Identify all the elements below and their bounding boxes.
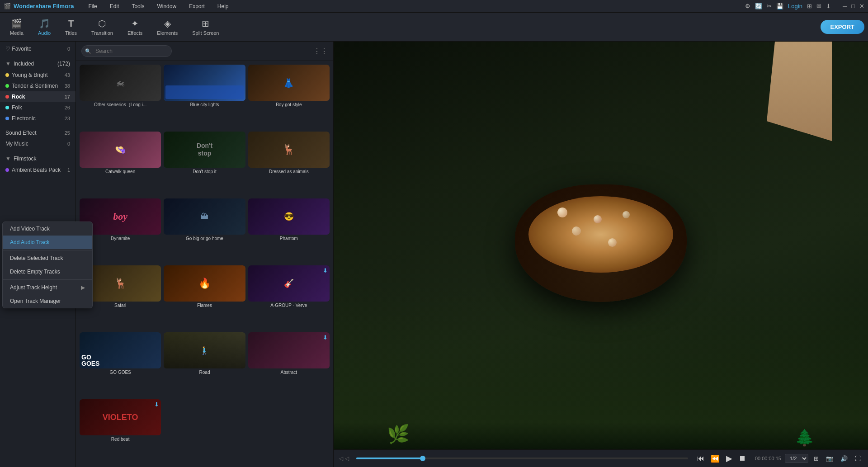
audio-thumb-15: ⬇ <box>248 332 330 368</box>
right-panel: 🌿 🌲 ◁ ◁ ⏮ ⏪ ▶ ⏹ 00:00:00:15 <box>334 42 868 467</box>
sidebar-item-sound-effect[interactable]: Sound Effect 25 <box>0 127 75 138</box>
ctx-delete-selected-track[interactable]: Delete Selected Track <box>3 251 92 265</box>
audio-card-6[interactable]: 🦌 Dressed as animals <box>248 132 330 196</box>
audio-label-1: Other scenerios（Long i... <box>80 101 161 109</box>
menu-bar: 🎬 Wondershare Filmora File Edit Tools Wi… <box>0 0 868 13</box>
toolbar-media[interactable]: 🎬 Media <box>4 15 30 38</box>
audio-thumb-4: 👒 <box>80 132 161 168</box>
toolbar-audio[interactable]: 🎵 Audio <box>32 15 57 38</box>
login-btn[interactable]: Login <box>788 3 802 9</box>
titles-icon: T <box>68 19 74 29</box>
audio-card-16[interactable]: VIOLETO ⬇ Red beat <box>80 399 161 463</box>
audio-label-16: Red beat <box>80 435 161 443</box>
restore-icon[interactable]: □ <box>851 3 855 9</box>
download-icon-12[interactable]: ⬇ <box>323 267 328 274</box>
stop-button[interactable]: ⏹ <box>737 453 748 464</box>
sidebar-item-favorite[interactable]: ♡ Favorite 0 <box>0 43 75 54</box>
audio-label-5: Don't stop it <box>164 168 245 176</box>
ratio-select[interactable]: 1/2 1/1 Full <box>785 454 808 463</box>
layout-icon[interactable]: ⊞ <box>807 3 812 9</box>
audio-label-14: Road <box>164 368 245 377</box>
toolbar-elements[interactable]: ◈ Elements <box>151 15 184 38</box>
progress-bar[interactable] <box>356 458 688 459</box>
download-icon[interactable]: ⬇ <box>826 3 831 9</box>
effects-label: Effects <box>127 30 142 36</box>
ctx-open-track-manager[interactable]: Open Track Manager <box>3 294 92 308</box>
volume-button[interactable]: 🔊 <box>839 453 849 464</box>
audio-label-12: A-GROUP - Verve <box>248 302 330 310</box>
settings-icon[interactable]: ⚙ <box>745 3 750 9</box>
fit-screen-button[interactable]: ⊞ <box>812 453 821 464</box>
menu-window[interactable]: Window <box>154 2 179 10</box>
ctx-delete-empty-tracks[interactable]: Delete Empty Tracks <box>3 265 92 278</box>
transition-icon: ⬡ <box>98 18 106 29</box>
ctx-adjust-track-height[interactable]: Adjust Track Height ▶ <box>3 281 92 294</box>
search-bar: ⋮⋮ <box>76 42 333 61</box>
menu-file[interactable]: File <box>85 2 99 10</box>
audio-card-15[interactable]: ⬇ Abstract <box>248 332 330 396</box>
ctx-add-audio-track[interactable]: Add Audio Track <box>3 236 92 249</box>
audio-label-9: Phantom <box>248 235 330 243</box>
fullscreen-button[interactable]: ⛶ <box>853 453 863 464</box>
back-frame-button[interactable]: ⏪ <box>709 453 722 465</box>
media-label: Media <box>10 30 24 36</box>
ctx-add-video-track[interactable]: Add Video Track <box>3 222 92 236</box>
snapshot-button[interactable]: 📷 <box>824 453 835 464</box>
toolbar-effects[interactable]: ✦ Effects <box>121 15 149 38</box>
audio-card-4[interactable]: 👒 Catwalk queen <box>80 132 161 196</box>
audio-card-5[interactable]: Don'tstop Don't stop it <box>164 132 245 196</box>
sidebar-item-young-bright[interactable]: Young & Bright 43 <box>0 70 75 80</box>
audio-card-9[interactable]: 😎 Phantom <box>248 198 330 263</box>
menu-export[interactable]: Export <box>186 2 208 10</box>
sidebar-item-ambient-beats[interactable]: Ambient Beats Pack 1 <box>0 165 75 175</box>
main-area: ♡ Favorite 0 ▼ Included (172) Young & Br… <box>0 42 868 467</box>
elements-icon: ◈ <box>164 18 171 29</box>
sidebar-section-sound-effect: Sound Effect 25 My Music 0 <box>0 126 75 151</box>
sync-icon[interactable]: 🔄 <box>755 3 762 9</box>
audio-card-14[interactable]: 🚶 ⬇ Road <box>164 332 245 396</box>
crop-icon[interactable]: ✂ <box>767 3 772 9</box>
sidebar-section-included: ▼ Included (172) Young & Bright 43 Tende… <box>0 56 75 126</box>
dot-purple <box>5 168 9 172</box>
export-button[interactable]: EXPORT <box>821 20 864 34</box>
audio-card-8[interactable]: 🏔 Go big or go home <box>164 198 245 263</box>
audio-thumb-14: 🚶 ⬇ <box>164 332 245 368</box>
sidebar-item-tender[interactable]: Tender & Sentimen 38 <box>0 80 75 91</box>
search-input[interactable] <box>81 45 172 57</box>
mail-icon[interactable]: ✉ <box>816 3 821 9</box>
audio-card-3[interactable]: 👗 Boy got style <box>248 65 330 129</box>
menu-edit[interactable]: Edit <box>107 2 122 10</box>
audio-card-12[interactable]: 🎸 ⬇ A-GROUP - Verve <box>248 265 330 330</box>
toolbar-split-screen[interactable]: ⊞ Split Screen <box>186 15 225 38</box>
audio-card-11[interactable]: 🔥 Flames <box>164 265 245 330</box>
audio-label-8: Go big or go home <box>164 235 245 243</box>
dot-red <box>5 95 9 99</box>
save-icon[interactable]: 💾 <box>776 3 783 9</box>
audio-card-1[interactable]: 🏍 Other scenerios（Long i... <box>80 65 161 129</box>
toolbar: 🎬 Media 🎵 Audio T Titles ⬡ Transition ✦ … <box>0 13 868 42</box>
transition-label: Transition <box>91 30 113 36</box>
audio-thumb-16: VIOLETO ⬇ <box>80 399 161 435</box>
rewind-button[interactable]: ⏮ <box>695 453 706 464</box>
audio-thumb-2 <box>164 65 245 101</box>
sidebar-item-my-music[interactable]: My Music 0 <box>0 138 75 149</box>
sidebar-item-rock[interactable]: Rock 17 <box>0 91 75 102</box>
sidebar-item-folk[interactable]: Folk 26 <box>0 102 75 113</box>
audio-card-2[interactable]: Blue city lights <box>164 65 245 129</box>
sidebar-header-filmstock[interactable]: ▼ Filmstock <box>0 153 75 165</box>
ctx-arrow-icon: ▶ <box>81 284 85 291</box>
menu-tools[interactable]: Tools <box>129 2 147 10</box>
toolbar-transition[interactable]: ⬡ Transition <box>85 15 119 38</box>
minimize-icon[interactable]: ─ <box>843 3 847 9</box>
menu-help[interactable]: Help <box>215 2 231 10</box>
sidebar-header-included[interactable]: ▼ Included (172) <box>0 58 75 70</box>
audio-label-11: Flames <box>164 302 245 310</box>
play-button[interactable]: ▶ <box>724 452 734 465</box>
audio-label-13: GO GOES <box>80 368 161 377</box>
sidebar-item-electronic[interactable]: Electronic 23 <box>0 113 75 124</box>
grid-view-icon[interactable]: ⋮⋮ <box>313 47 328 56</box>
close-icon[interactable]: ✕ <box>859 3 864 9</box>
audio-card-13[interactable]: GOGOES GO GOES <box>80 332 161 396</box>
toolbar-titles[interactable]: T Titles <box>59 16 83 38</box>
controls-bar: ◁ ◁ ⏮ ⏪ ▶ ⏹ 00:00:00:15 1/2 1/1 Full ⊞ <box>334 449 868 467</box>
